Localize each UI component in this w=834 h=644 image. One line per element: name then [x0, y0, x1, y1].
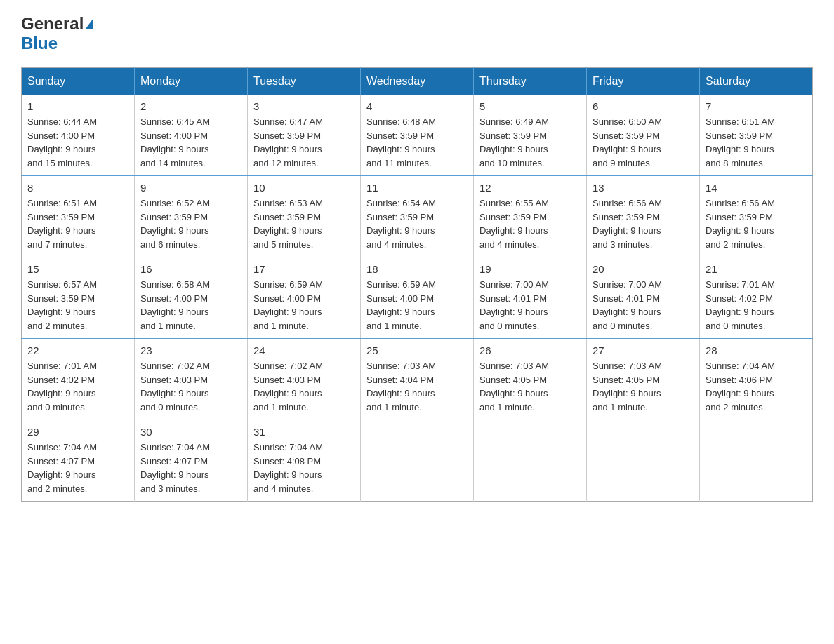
calendar-day-cell: 27 Sunrise: 7:03 AM Sunset: 4:05 PM Dayl…	[587, 339, 700, 420]
day-number: 7	[706, 100, 807, 112]
day-number: 17	[253, 263, 355, 275]
day-number: 25	[366, 344, 468, 356]
calendar-day-cell: 8 Sunrise: 6:51 AM Sunset: 3:59 PM Dayli…	[22, 176, 135, 257]
calendar-day-cell: 17 Sunrise: 6:59 AM Sunset: 4:00 PM Dayl…	[248, 257, 361, 339]
day-info: Sunrise: 6:59 AM Sunset: 4:00 PM Dayligh…	[253, 278, 355, 333]
calendar-week-row: 8 Sunrise: 6:51 AM Sunset: 3:59 PM Dayli…	[22, 176, 813, 257]
day-info: Sunrise: 6:50 AM Sunset: 3:59 PM Dayligh…	[593, 115, 694, 170]
day-number: 31	[253, 426, 355, 438]
day-info: Sunrise: 6:56 AM Sunset: 3:59 PM Dayligh…	[706, 196, 807, 251]
day-of-week-header: Tuesday	[248, 68, 361, 95]
day-number: 21	[706, 263, 807, 275]
day-number: 23	[140, 344, 241, 356]
calendar-day-cell: 4 Sunrise: 6:48 AM Sunset: 3:59 PM Dayli…	[361, 95, 474, 176]
calendar-day-cell: 6 Sunrise: 6:50 AM Sunset: 3:59 PM Dayli…	[587, 95, 700, 176]
calendar-day-cell: 3 Sunrise: 6:47 AM Sunset: 3:59 PM Dayli…	[248, 95, 361, 176]
day-number: 19	[479, 263, 581, 275]
day-number: 27	[593, 344, 694, 356]
calendar-day-cell: 22 Sunrise: 7:01 AM Sunset: 4:02 PM Dayl…	[22, 339, 135, 420]
calendar-day-cell: 30 Sunrise: 7:04 AM Sunset: 4:07 PM Dayl…	[135, 420, 248, 502]
day-of-week-header: Saturday	[700, 68, 813, 95]
day-of-week-header: Friday	[587, 68, 700, 95]
day-info: Sunrise: 7:00 AM Sunset: 4:01 PM Dayligh…	[593, 278, 694, 333]
day-info: Sunrise: 6:58 AM Sunset: 4:00 PM Dayligh…	[140, 278, 241, 333]
calendar-day-cell	[700, 420, 813, 502]
day-number: 6	[593, 100, 694, 112]
day-number: 10	[253, 182, 355, 194]
calendar-day-cell: 12 Sunrise: 6:55 AM Sunset: 3:59 PM Dayl…	[474, 176, 587, 257]
day-number: 28	[706, 344, 807, 356]
calendar-day-cell: 14 Sunrise: 6:56 AM Sunset: 3:59 PM Dayl…	[700, 176, 813, 257]
calendar-day-cell: 13 Sunrise: 6:56 AM Sunset: 3:59 PM Dayl…	[587, 176, 700, 257]
day-number: 3	[253, 100, 355, 112]
day-number: 24	[253, 344, 355, 356]
day-info: Sunrise: 6:56 AM Sunset: 3:59 PM Dayligh…	[593, 196, 694, 251]
calendar-day-cell: 10 Sunrise: 6:53 AM Sunset: 3:59 PM Dayl…	[248, 176, 361, 257]
day-number: 12	[479, 182, 581, 194]
day-info: Sunrise: 6:48 AM Sunset: 3:59 PM Dayligh…	[366, 115, 468, 170]
day-info: Sunrise: 6:57 AM Sunset: 3:59 PM Dayligh…	[27, 278, 128, 333]
day-info: Sunrise: 7:00 AM Sunset: 4:01 PM Dayligh…	[479, 278, 581, 333]
calendar-table: SundayMondayTuesdayWednesdayThursdayFrid…	[21, 67, 813, 502]
day-number: 4	[366, 100, 468, 112]
calendar-day-cell	[587, 420, 700, 502]
day-number: 26	[479, 344, 581, 356]
day-number: 8	[27, 182, 128, 194]
day-info: Sunrise: 7:04 AM Sunset: 4:07 PM Dayligh…	[27, 441, 128, 495]
calendar-day-cell	[361, 420, 474, 502]
day-info: Sunrise: 6:59 AM Sunset: 4:00 PM Dayligh…	[366, 278, 468, 333]
day-info: Sunrise: 7:04 AM Sunset: 4:08 PM Dayligh…	[253, 441, 355, 495]
day-info: Sunrise: 7:04 AM Sunset: 4:06 PM Dayligh…	[706, 359, 807, 414]
calendar-day-cell: 29 Sunrise: 7:04 AM Sunset: 4:07 PM Dayl…	[22, 420, 135, 502]
day-info: Sunrise: 7:01 AM Sunset: 4:02 PM Dayligh…	[706, 278, 807, 333]
calendar-day-cell: 20 Sunrise: 7:00 AM Sunset: 4:01 PM Dayl…	[587, 257, 700, 339]
day-number: 22	[27, 344, 128, 356]
calendar-day-cell: 1 Sunrise: 6:44 AM Sunset: 4:00 PM Dayli…	[22, 95, 135, 176]
calendar-week-row: 15 Sunrise: 6:57 AM Sunset: 3:59 PM Dayl…	[22, 257, 813, 339]
day-info: Sunrise: 7:03 AM Sunset: 4:04 PM Dayligh…	[366, 359, 468, 414]
day-info: Sunrise: 7:03 AM Sunset: 4:05 PM Dayligh…	[593, 359, 694, 414]
day-number: 1	[27, 100, 128, 112]
logo-triangle-icon	[86, 18, 93, 29]
day-number: 5	[479, 100, 581, 112]
day-number: 18	[366, 263, 468, 275]
day-info: Sunrise: 6:47 AM Sunset: 3:59 PM Dayligh…	[253, 115, 355, 170]
calendar-day-cell: 7 Sunrise: 6:51 AM Sunset: 3:59 PM Dayli…	[700, 95, 813, 176]
day-info: Sunrise: 6:52 AM Sunset: 3:59 PM Dayligh…	[140, 196, 241, 251]
calendar-day-cell: 28 Sunrise: 7:04 AM Sunset: 4:06 PM Dayl…	[700, 339, 813, 420]
day-info: Sunrise: 6:51 AM Sunset: 3:59 PM Dayligh…	[27, 196, 128, 251]
day-number: 15	[27, 263, 128, 275]
page-header: General Blue	[21, 14, 813, 53]
day-info: Sunrise: 7:03 AM Sunset: 4:05 PM Dayligh…	[479, 359, 581, 414]
day-info: Sunrise: 6:51 AM Sunset: 3:59 PM Dayligh…	[706, 115, 807, 170]
logo-general-text: General	[21, 14, 84, 34]
calendar-day-cell: 24 Sunrise: 7:02 AM Sunset: 4:03 PM Dayl…	[248, 339, 361, 420]
calendar-day-cell: 26 Sunrise: 7:03 AM Sunset: 4:05 PM Dayl…	[474, 339, 587, 420]
calendar-day-cell: 16 Sunrise: 6:58 AM Sunset: 4:00 PM Dayl…	[135, 257, 248, 339]
logo: General Blue	[21, 14, 93, 53]
calendar-day-cell	[474, 420, 587, 502]
calendar-day-cell: 11 Sunrise: 6:54 AM Sunset: 3:59 PM Dayl…	[361, 176, 474, 257]
logo-blue-text: Blue	[21, 34, 58, 53]
calendar-day-cell: 5 Sunrise: 6:49 AM Sunset: 3:59 PM Dayli…	[474, 95, 587, 176]
calendar-day-cell: 31 Sunrise: 7:04 AM Sunset: 4:08 PM Dayl…	[248, 420, 361, 502]
calendar-header-row: SundayMondayTuesdayWednesdayThursdayFrid…	[22, 68, 813, 95]
day-of-week-header: Thursday	[474, 68, 587, 95]
day-number: 9	[140, 182, 241, 194]
calendar-day-cell: 25 Sunrise: 7:03 AM Sunset: 4:04 PM Dayl…	[361, 339, 474, 420]
day-info: Sunrise: 6:45 AM Sunset: 4:00 PM Dayligh…	[140, 115, 241, 170]
calendar-day-cell: 9 Sunrise: 6:52 AM Sunset: 3:59 PM Dayli…	[135, 176, 248, 257]
calendar-day-cell: 19 Sunrise: 7:00 AM Sunset: 4:01 PM Dayl…	[474, 257, 587, 339]
calendar-day-cell: 15 Sunrise: 6:57 AM Sunset: 3:59 PM Dayl…	[22, 257, 135, 339]
day-info: Sunrise: 7:01 AM Sunset: 4:02 PM Dayligh…	[27, 359, 128, 414]
day-of-week-header: Monday	[135, 68, 248, 95]
day-info: Sunrise: 7:02 AM Sunset: 4:03 PM Dayligh…	[140, 359, 241, 414]
day-number: 29	[27, 426, 128, 438]
day-info: Sunrise: 6:44 AM Sunset: 4:00 PM Dayligh…	[27, 115, 128, 170]
day-number: 14	[706, 182, 807, 194]
day-info: Sunrise: 7:04 AM Sunset: 4:07 PM Dayligh…	[140, 441, 241, 495]
day-number: 30	[140, 426, 241, 438]
calendar-day-cell: 2 Sunrise: 6:45 AM Sunset: 4:00 PM Dayli…	[135, 95, 248, 176]
day-of-week-header: Wednesday	[361, 68, 474, 95]
day-number: 13	[593, 182, 694, 194]
